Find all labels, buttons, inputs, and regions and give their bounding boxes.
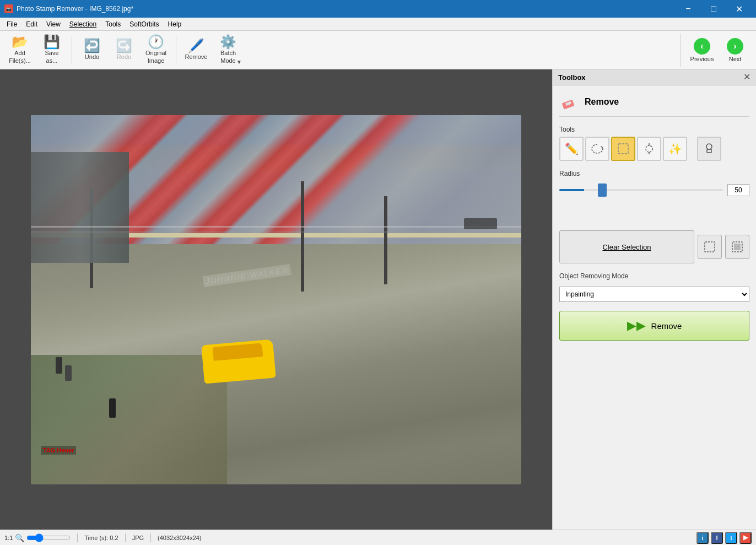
orm-label: Object Removing Mode [559, 272, 749, 280]
radius-row: 50 [559, 184, 749, 196]
menu-selection[interactable]: Selection [65, 19, 101, 29]
remove-action-label: Remove [651, 321, 682, 331]
remove-icon: 🖊️ [188, 39, 204, 52]
rect-select-tool-button[interactable] [611, 137, 635, 161]
main-layout: JOHNNIE WALKER TAG Heuer Toolbox ✕ [0, 69, 756, 530]
undo-icon: ↩️ [84, 39, 100, 52]
toolbar: 📂 AddFile(s)... 💾 Saveas... ↩️ Undo ↪️ R… [0, 31, 756, 69]
facebook-button[interactable]: f [711, 532, 723, 544]
batch-arrow-icon: ▼ [236, 59, 242, 65]
time-label: Time (s): 0.2 [84, 535, 118, 541]
svg-rect-7 [707, 149, 711, 153]
radius-label: Radius [559, 170, 749, 177]
remove-action-button[interactable]: ▶▶ Remove [559, 311, 749, 341]
batch-label: BatchMode [220, 50, 236, 64]
tagheuer-sign: TAG Heuer [41, 446, 77, 455]
add-files-label: AddFile(s)... [9, 50, 31, 64]
close-button[interactable]: ✕ [726, 0, 752, 18]
twitter-button[interactable]: t [725, 532, 737, 544]
spacer [559, 205, 749, 222]
minimize-button[interactable]: − [676, 0, 701, 18]
wand-tool-button[interactable]: ✨ [663, 137, 687, 161]
previous-circle: ‹ [694, 38, 710, 55]
zoom-slider[interactable] [26, 535, 71, 541]
toolbox-title: Toolbox [558, 73, 586, 82]
invert-select-icon-button[interactable] [725, 235, 749, 259]
light-pole-3 [384, 196, 387, 284]
pencil-tool-button[interactable]: ✏️ [559, 137, 584, 161]
svg-point-6 [706, 144, 712, 149]
batch-mode-button[interactable]: ⚙️ BatchMode ▼ [213, 34, 244, 67]
previous-button[interactable]: ‹ Previous [685, 34, 719, 67]
buildings-left [31, 152, 129, 263]
person-2 [65, 365, 72, 381]
radius-section: Radius 50 [559, 170, 749, 196]
menu-file[interactable]: File [2, 19, 21, 29]
status-divider-3 [150, 533, 151, 542]
separator-2 [176, 36, 176, 64]
radius-slider[interactable] [559, 189, 723, 191]
redo-button[interactable]: ↪️ Redo [109, 34, 139, 67]
tools-section: Tools ✏️ [559, 126, 749, 161]
menu-tools[interactable]: Tools [101, 19, 125, 29]
social-buttons: i f t ▶ [696, 532, 752, 544]
select-all-icon-button[interactable] [698, 235, 722, 259]
toolbox-content: Remove Tools ✏️ [553, 85, 756, 530]
batch-icon: ⚙️ [220, 35, 236, 48]
pit-area [31, 355, 227, 484]
toolbar-file-group: 📂 AddFile(s)... 💾 Saveas... [4, 34, 67, 67]
toolbox-panel: Toolbox ✕ Remove Tools ✏️ [552, 69, 756, 530]
separator-1 [72, 36, 72, 64]
next-button[interactable]: › Next [719, 34, 752, 67]
info-button[interactable]: i [696, 532, 709, 544]
remove-label: Remove [185, 53, 208, 61]
menu-softorbits[interactable]: SoftOrbits [125, 19, 163, 29]
toolbox-close-button[interactable]: ✕ [743, 73, 750, 82]
original-icon: 🕐 [148, 35, 164, 48]
save-as-button[interactable]: 💾 Saveas... [36, 34, 67, 67]
zoom-icon: 🔍 [15, 533, 24, 542]
tire-barrier [464, 218, 497, 229]
svg-rect-2 [618, 144, 628, 154]
person-1 [56, 357, 62, 374]
format-label: JPG [132, 535, 144, 541]
image-area[interactable]: JOHNNIE WALKER TAG Heuer [0, 69, 552, 530]
remove-title: Remove [585, 97, 619, 107]
lasso-tool-button[interactable] [585, 137, 609, 161]
menu-bar: File Edit View Selection Tools SoftOrbit… [0, 18, 756, 31]
next-circle: › [727, 38, 743, 55]
original-image-button[interactable]: 🕐 OriginalImage [141, 34, 171, 67]
menu-help[interactable]: Help [164, 19, 186, 29]
toolbar-edit-group: ↩️ Undo ↪️ Redo 🕐 OriginalImage [77, 34, 171, 67]
title-bar-left: 📷 Photo Stamp Remover - IMG_8562.jpg* [4, 4, 133, 13]
menu-edit[interactable]: Edit [21, 19, 42, 29]
radius-slider-container [559, 185, 723, 196]
youtube-button[interactable]: ▶ [739, 532, 752, 544]
tools-row: ✏️ [559, 137, 749, 161]
window-title: Photo Stamp Remover - IMG_8562.jpg* [17, 5, 133, 13]
undo-button[interactable]: ↩️ Undo [77, 34, 107, 67]
fence-line-2 [31, 231, 521, 233]
add-files-icon: 📂 [12, 35, 28, 48]
stamp-tool-button[interactable] [697, 137, 721, 161]
clear-selection-button[interactable]: Clear Selection [559, 230, 694, 263]
image-canvas: JOHNNIE WALKER TAG Heuer [31, 115, 521, 484]
object-removing-mode-section: Object Removing Mode Inpainting SmartBle… [559, 272, 749, 302]
status-divider-2 [125, 533, 126, 542]
add-files-button[interactable]: 📂 AddFile(s)... [4, 34, 35, 67]
toolbox-header: Toolbox ✕ [553, 69, 756, 85]
orm-select[interactable]: Inpainting SmartBlend TextureAnalysis [559, 287, 749, 302]
maximize-button[interactable]: □ [701, 0, 726, 18]
app-icon: 📷 [4, 4, 13, 13]
fence-line [31, 226, 521, 228]
dimensions-label: (4032x3024x24) [158, 535, 202, 541]
magic-wand-tool-button[interactable] [637, 137, 661, 161]
save-as-label: Saveas... [45, 50, 58, 64]
previous-label: Previous [690, 56, 714, 62]
menu-view[interactable]: View [42, 19, 65, 29]
remove-section-header: Remove [559, 92, 749, 117]
toolbar-remove-group: 🖊️ Remove ⚙️ BatchMode ▼ [181, 34, 244, 67]
light-pole-2 [301, 181, 304, 292]
status-divider-1 [77, 533, 78, 542]
remove-button[interactable]: 🖊️ Remove [181, 34, 212, 67]
